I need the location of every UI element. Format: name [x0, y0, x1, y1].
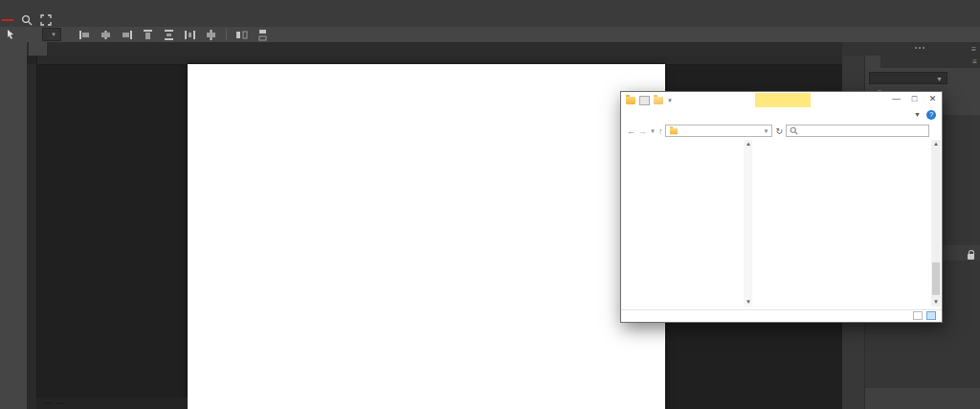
app-brand — [0, 0, 980, 12]
flip-vertical-icon[interactable] — [256, 29, 269, 41]
align-center-icon[interactable] — [100, 29, 112, 41]
details-view-icon[interactable] — [913, 311, 923, 320]
scroll-up-icon[interactable]: ▲ — [931, 140, 941, 148]
zoom-level[interactable] — [44, 402, 52, 404]
document-status-bar — [36, 398, 188, 409]
panel-header-menu-icon[interactable]: ≡ — [971, 45, 976, 54]
manage-contextual-label[interactable] — [755, 93, 811, 107]
tree-scroll-down-icon[interactable]: ▼ — [744, 298, 753, 307]
tool-options-bar: ▼ — [0, 27, 980, 42]
ribbon-tabs: ▼ ? — [621, 108, 942, 123]
address-field[interactable]: ▼ — [665, 125, 772, 137]
document-size[interactable] — [56, 402, 63, 404]
explorer-window[interactable]: ▼ — □ ✕ ▼ ? ← → ▼ ↑ ▼ ↻ — [620, 91, 943, 323]
flip-horizontal-icon[interactable] — [235, 29, 248, 41]
up-icon[interactable]: ↑ — [658, 126, 663, 136]
thumbnail-view-icon[interactable] — [926, 311, 936, 320]
move-cursor-icon — [6, 29, 16, 41]
scrollbar-thumb[interactable] — [932, 262, 940, 295]
panel-drag-handle-icon[interactable] — [915, 47, 924, 52]
canvas-document[interactable] — [188, 64, 665, 409]
tree-scrollbar[interactable]: ▲ ▼ — [744, 140, 752, 307]
account-menu[interactable] — [2, 19, 13, 21]
quick-access-new-folder-icon[interactable] — [654, 97, 663, 104]
distribute-vertical-icon[interactable] — [163, 29, 175, 41]
files-scrollbar[interactable]: ▲ ▼ — [931, 140, 941, 307]
close-icon[interactable]: ✕ — [924, 92, 942, 108]
folder-icon — [626, 97, 635, 104]
document-tab-bar — [27, 42, 980, 56]
window-controls: — □ ✕ — [887, 92, 942, 108]
address-bar: ← → ▼ ↑ ▼ ↻ — [621, 122, 942, 140]
ribbon-collapse-icon[interactable]: ▼ — [914, 111, 921, 118]
search-box[interactable] — [786, 125, 929, 137]
quick-access-properties-icon[interactable] — [639, 96, 650, 105]
align-right-icon[interactable] — [121, 29, 133, 41]
layer-lock-icon[interactable] — [968, 254, 974, 260]
forward-icon[interactable]: → — [638, 126, 647, 136]
search-input[interactable] — [801, 125, 920, 136]
search-icon[interactable] — [21, 14, 33, 26]
fullscreen-icon[interactable] — [40, 14, 52, 26]
layers-menu-icon[interactable]: ≡ — [972, 57, 977, 66]
explorer-search-icon — [790, 126, 798, 135]
quick-access-toolbar: ▼ — [621, 96, 673, 105]
blend-mode-select[interactable]: ▼ — [869, 72, 947, 84]
panel-header: ≡ — [842, 42, 980, 56]
distribute-center-icon[interactable] — [205, 29, 217, 41]
scroll-down-icon[interactable]: ▼ — [931, 298, 941, 307]
maximize-icon[interactable]: □ — [905, 92, 924, 108]
ruler-corner — [27, 56, 36, 64]
explorer-title-bar[interactable]: ▼ — □ ✕ — [621, 92, 942, 108]
address-folder-icon — [670, 127, 678, 133]
toolbox — [0, 42, 27, 409]
file-list — [753, 140, 932, 307]
quick-access-caret-icon[interactable]: ▼ — [667, 98, 673, 103]
options-divider — [226, 29, 227, 40]
document-tab[interactable] — [29, 42, 47, 56]
back-icon[interactable]: ← — [627, 126, 635, 136]
align-top-icon[interactable] — [142, 29, 154, 41]
minimize-icon[interactable]: — — [887, 92, 905, 108]
tree-scroll-up-icon[interactable]: ▲ — [744, 140, 753, 148]
scale-select[interactable]: ▼ — [42, 28, 61, 41]
history-caret-icon[interactable]: ▼ — [650, 128, 656, 134]
photopea-app: ▼ ≡ ≡ ▼ — [0, 0, 980, 409]
layers-panel-tabs: ≡ — [865, 56, 980, 68]
menu-right-links — [964, 12, 974, 27]
address-caret-icon[interactable]: ▼ — [764, 128, 769, 134]
tab-layers[interactable] — [865, 56, 880, 68]
help-icon[interactable]: ? — [926, 110, 936, 120]
vertical-ruler — [27, 56, 37, 409]
navigation-pane — [621, 140, 753, 307]
explorer-status-bar — [621, 309, 942, 322]
layers-panel-footer — [865, 391, 980, 404]
refresh-icon[interactable]: ↻ — [775, 126, 783, 136]
distribute-horizontal-icon[interactable] — [184, 29, 196, 41]
menu-bar — [0, 12, 980, 27]
align-left-icon[interactable] — [78, 29, 91, 41]
